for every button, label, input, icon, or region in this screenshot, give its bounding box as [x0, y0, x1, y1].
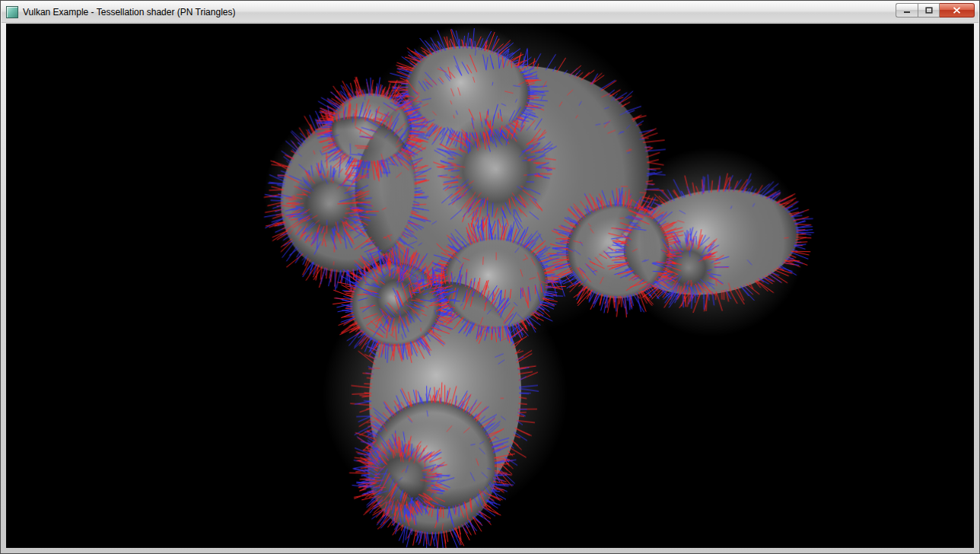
client-area [6, 24, 974, 548]
close-button[interactable] [940, 3, 975, 18]
maximize-icon [925, 7, 933, 14]
maximize-button[interactable] [918, 3, 940, 18]
app-icon[interactable] [6, 6, 18, 18]
window-controls [896, 3, 975, 18]
minimize-button[interactable] [896, 3, 918, 18]
titlebar[interactable]: Vulkan Example - Tessellation shader (PN… [2, 2, 978, 23]
app-window: Vulkan Example - Tessellation shader (PN… [0, 0, 980, 554]
minimize-icon [903, 7, 911, 14]
close-icon [953, 7, 961, 14]
window-title: Vulkan Example - Tessellation shader (PN… [23, 7, 235, 18]
render-viewport[interactable] [6, 24, 974, 548]
